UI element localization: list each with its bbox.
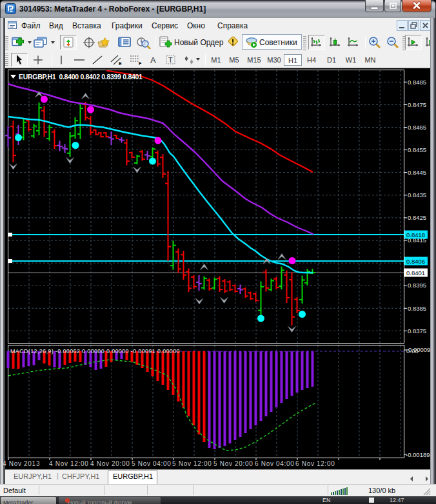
svg-text:-0.00189: -0.00189 [406,451,430,458]
svg-text:5 Nov 20:00: 5 Nov 20:00 [213,460,253,467]
svg-text:0.8455: 0.8455 [408,146,426,153]
svg-text:0.8375: 0.8375 [408,327,426,334]
svg-text:6 Nov 12:00: 6 Nov 12:00 [295,460,335,467]
svg-text:0.8418: 0.8418 [406,231,425,238]
svg-text:0.8425: 0.8425 [408,214,426,221]
svg-text:4 Nov 12:00: 4 Nov 12:00 [49,460,89,467]
svg-text:MACD(12,26,9) -0.00062 0.00000: MACD(12,26,9) -0.00062 0.00000 0.00000 -… [10,348,180,354]
svg-text:0.8406: 0.8406 [406,258,425,265]
svg-text:5 Nov 12:00: 5 Nov 12:00 [172,460,212,467]
svg-text:0.8401: 0.8401 [406,269,425,276]
svg-text:6 Nov 04:00: 6 Nov 04:00 [255,460,295,467]
svg-text:0.8395: 0.8395 [408,282,426,289]
svg-text:0.8465: 0.8465 [408,124,426,131]
svg-text:0.8485: 0.8485 [408,79,426,86]
svg-text:0.8475: 0.8475 [408,101,426,108]
svg-text:EURGBP,H1 0.8400 0.8402 0.839: EURGBP,H1 0.8400 0.8402 0.8399 0.8401 [19,73,143,81]
svg-text:0.00009: 0.00009 [408,346,430,353]
svg-text:0.8385: 0.8385 [408,305,426,312]
svg-text:0.8445: 0.8445 [408,169,426,176]
svg-text:0.8435: 0.8435 [408,191,426,199]
svg-text:5 Nov 04:00: 5 Nov 04:00 [132,460,172,467]
svg-text:4 Nov 20:00: 4 Nov 20:00 [90,460,130,467]
svg-text:4 Nov 2013: 4 Nov 2013 [3,460,40,467]
